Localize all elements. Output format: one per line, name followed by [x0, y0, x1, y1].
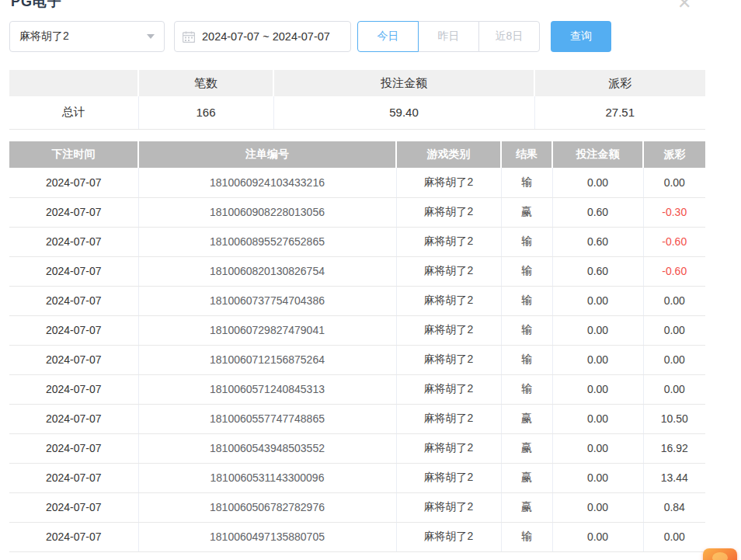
cell-game-type: 麻将胡了2	[396, 433, 501, 463]
summary-header-count: 笔数	[138, 70, 273, 96]
cell-order-id: 1810060557747748865	[138, 404, 396, 433]
chevron-down-icon	[147, 34, 155, 39]
table-row: 2024-07-07 1810060531143300096 麻将胡了2 赢 0…	[9, 463, 705, 492]
cell-result: 输	[501, 345, 552, 374]
yesterday-button[interactable]: 昨日	[418, 21, 479, 52]
col-header-game-type: 游戏类别	[396, 141, 501, 168]
summary-total-label: 总计	[9, 96, 138, 129]
quick-range-group: 今日 昨日 近8日	[357, 21, 540, 52]
table-row: 2024-07-07 1810060895527652865 麻将胡了2 输 0…	[9, 227, 705, 256]
table-row: 2024-07-07 1810060729827479041 麻将胡了2 输 0…	[9, 315, 705, 345]
cell-result: 输	[501, 227, 552, 256]
cell-bet-time: 2024-07-07	[9, 492, 138, 522]
cell-bet-amount: 0.00	[552, 286, 643, 315]
cell-bet-amount: 0.00	[552, 168, 643, 197]
cell-bet-amount: 0.00	[552, 463, 643, 492]
close-icon[interactable]: ✕	[677, 0, 691, 13]
cell-payout: 13.44	[643, 463, 705, 492]
cell-game-type: 麻将胡了2	[396, 374, 501, 404]
cell-bet-time: 2024-07-07	[9, 315, 138, 345]
filter-bar: 麻将胡了2 2024-07-07 ~ 2024-07-07 今日 昨日 近8日 …	[0, 21, 741, 52]
summary-total-count: 166	[138, 96, 273, 129]
promo-float-icon[interactable]	[703, 548, 737, 560]
cell-game-type: 麻将胡了2	[396, 168, 501, 197]
cell-game-type: 麻将胡了2	[396, 404, 501, 433]
query-button[interactable]: 查询	[551, 21, 611, 52]
cell-bet-time: 2024-07-07	[9, 345, 138, 374]
table-row: 2024-07-07 1810060924103433216 麻将胡了2 输 0…	[9, 168, 705, 197]
summary-header-bet-amount: 投注金额	[273, 70, 534, 96]
cell-game-type: 麻将胡了2	[396, 522, 501, 551]
cell-order-id: 1810060895527652865	[138, 227, 396, 256]
cell-payout: -0.60	[643, 227, 705, 256]
cell-payout: 0.84	[643, 492, 705, 522]
cell-order-id: 1810060497135880705	[138, 522, 396, 551]
cell-order-id: 1810060908228013056	[138, 197, 396, 227]
cell-order-id: 1810060712156875264	[138, 345, 396, 374]
cell-bet-amount: 0.60	[552, 197, 643, 227]
cell-result: 输	[501, 286, 552, 315]
cell-bet-time: 2024-07-07	[9, 404, 138, 433]
cell-result: 输	[501, 168, 552, 197]
cell-bet-amount: 0.00	[552, 404, 643, 433]
table-row: 2024-07-07 1810060497135880705 麻将胡了2 输 0…	[9, 522, 705, 551]
date-range-picker[interactable]: 2024-07-07 ~ 2024-07-07	[174, 21, 351, 52]
cell-result: 赢	[501, 197, 552, 227]
col-header-payout: 派彩	[643, 141, 705, 168]
last-8-days-button[interactable]: 近8日	[478, 21, 540, 52]
col-header-bet-time: 下注时间	[9, 141, 138, 168]
col-header-bet-amount: 投注金额	[552, 141, 643, 168]
cell-bet-time: 2024-07-07	[9, 463, 138, 492]
cell-payout: 16.92	[643, 433, 705, 463]
summary-header-blank	[9, 70, 138, 96]
cell-result: 输	[501, 315, 552, 345]
cell-bet-amount: 0.60	[552, 227, 643, 256]
bet-table-header-row: 下注时间 注单编号 游戏类别 结果 投注金额 派彩	[9, 141, 705, 168]
cell-order-id: 1810060531143300096	[138, 463, 396, 492]
cell-result: 输	[501, 522, 552, 551]
cell-order-id: 1810060543948503552	[138, 433, 396, 463]
table-row: 2024-07-07 1810060908228013056 麻将胡了2 赢 0…	[9, 197, 705, 227]
bet-table-body: 2024-07-07 1810060924103433216 麻将胡了2 输 0…	[9, 168, 705, 551]
cell-payout: 0.00	[643, 168, 705, 197]
date-range-value: 2024-07-07 ~ 2024-07-07	[202, 30, 330, 43]
cell-result: 输	[501, 374, 552, 404]
game-select[interactable]: 麻将胡了2	[9, 21, 165, 52]
cell-bet-time: 2024-07-07	[9, 256, 138, 286]
table-row: 2024-07-07 1810060712156875264 麻将胡了2 输 0…	[9, 345, 705, 374]
cell-bet-amount: 0.00	[552, 522, 643, 551]
table-row: 2024-07-07 1810060571240845313 麻将胡了2 输 0…	[9, 374, 705, 404]
table-row: 2024-07-07 1810060737754704386 麻将胡了2 输 0…	[9, 286, 705, 315]
cell-bet-time: 2024-07-07	[9, 227, 138, 256]
table-row: 2024-07-07 1810060506782782976 麻将胡了2 赢 0…	[9, 492, 705, 522]
cell-bet-time: 2024-07-07	[9, 168, 138, 197]
cell-result: 赢	[501, 463, 552, 492]
table-row: 2024-07-07 1810060557747748865 麻将胡了2 赢 0…	[9, 404, 705, 433]
cell-result: 赢	[501, 433, 552, 463]
cell-game-type: 麻将胡了2	[396, 315, 501, 345]
cell-payout: 0.00	[643, 286, 705, 315]
cell-payout: -0.30	[643, 197, 705, 227]
cell-result: 赢	[501, 404, 552, 433]
cell-game-type: 麻将胡了2	[396, 345, 501, 374]
calendar-icon	[183, 31, 195, 43]
cell-bet-time: 2024-07-07	[9, 433, 138, 463]
cell-order-id: 1810060820130826754	[138, 256, 396, 286]
cell-game-type: 麻将胡了2	[396, 227, 501, 256]
cell-payout: 0.00	[643, 345, 705, 374]
summary-header-row: 笔数 投注金额 派彩	[9, 70, 705, 96]
cell-game-type: 麻将胡了2	[396, 463, 501, 492]
cell-order-id: 1810060737754704386	[138, 286, 396, 315]
cell-bet-time: 2024-07-07	[9, 522, 138, 551]
table-row: 2024-07-07 1810060820130826754 麻将胡了2 输 0…	[9, 256, 705, 286]
cell-payout: 0.00	[643, 315, 705, 345]
cell-order-id: 1810060924103433216	[138, 168, 396, 197]
summary-header-payout: 派彩	[534, 70, 705, 96]
game-select-value: 麻将胡了2	[19, 30, 69, 43]
today-button[interactable]: 今日	[357, 21, 419, 52]
cell-result: 输	[501, 256, 552, 286]
cell-bet-time: 2024-07-07	[9, 374, 138, 404]
summary-total-bet-amount: 59.40	[273, 96, 534, 129]
cell-bet-amount: 0.00	[552, 492, 643, 522]
bet-records-table: 下注时间 注单编号 游戏类别 结果 投注金额 派彩 2024-07-07 181…	[9, 141, 705, 552]
